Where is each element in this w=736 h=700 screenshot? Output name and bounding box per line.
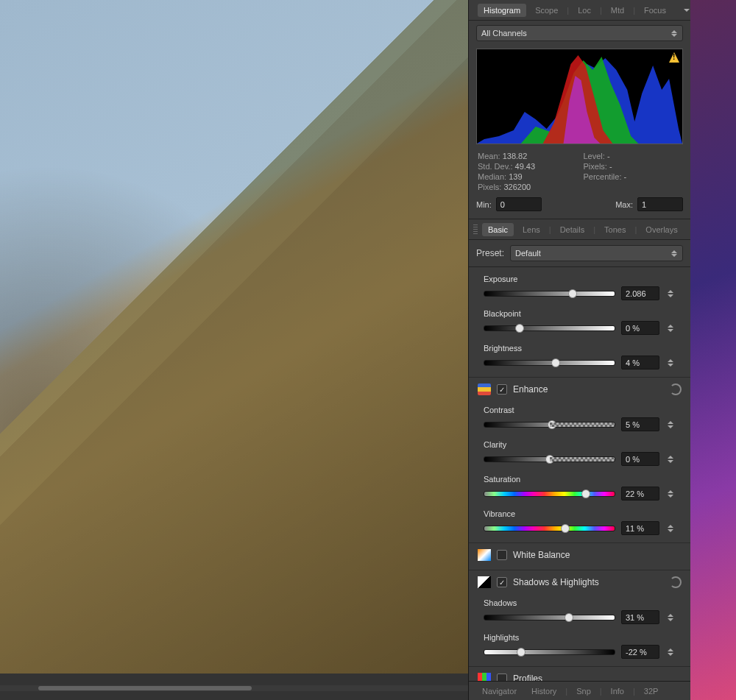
enhance-checkbox[interactable]: ✓ [497, 384, 507, 395]
shadows-stepper[interactable] [665, 614, 676, 621]
blackpoint-stepper[interactable] [665, 325, 676, 332]
tab-info[interactable]: Info [605, 685, 630, 698]
profiles-checkbox[interactable] [497, 674, 507, 681]
tab-tones[interactable]: Tones [598, 223, 631, 236]
drag-handle-icon[interactable] [473, 225, 478, 235]
tab-scope[interactable]: Scope [529, 4, 564, 17]
tab-histogram[interactable]: Histogram [478, 4, 526, 17]
tab-history[interactable]: History [526, 685, 562, 698]
preset-label: Preset: [476, 248, 504, 258]
image-viewport[interactable] [0, 0, 468, 700]
exposure-label: Exposure [484, 275, 676, 283]
tab-mtd[interactable]: Mtd [605, 4, 630, 17]
top-tab-bar: Histogram Scope | Loc | Mtd | Focus [469, 0, 690, 21]
preset-dropdown[interactable]: Default [510, 245, 683, 261]
saturation-group: Saturation 22 % [469, 470, 690, 505]
profiles-header: Profiles [469, 666, 690, 681]
histogram-stats: Mean: 138.82 Std. Dev.: 49.43 Median: 13… [469, 149, 690, 194]
stat-mean: 138.82 [503, 152, 528, 160]
sliders-scroll[interactable]: Exposure 2.086 Blackpoint 0 % Brightness… [469, 267, 690, 681]
stat-median: 139 [509, 172, 522, 181]
minmax-row: Min: Max: [469, 194, 690, 219]
scrollbar-thumb[interactable] [38, 686, 252, 690]
histogram-display[interactable] [476, 49, 683, 144]
photo-preview [0, 0, 468, 674]
clarity-label: Clarity [484, 440, 676, 449]
exposure-slider[interactable] [484, 291, 615, 297]
min-input[interactable] [496, 197, 542, 211]
profiles-icon [478, 673, 491, 681]
contrast-stepper[interactable] [665, 421, 676, 428]
tab-details[interactable]: Details [554, 223, 591, 236]
channels-dropdown-label: All Channels [481, 29, 527, 38]
shadows-slider[interactable] [484, 615, 615, 621]
vibrance-value[interactable]: 11 % [621, 521, 659, 535]
collapse-arrow-icon[interactable] [684, 9, 690, 12]
max-input[interactable] [637, 197, 683, 211]
shadows-highlights-header: ✓ Shadows & Highlights [469, 570, 690, 594]
clarity-group: Clarity 0 % [469, 436, 690, 470]
brightness-value[interactable]: 4 % [621, 356, 659, 370]
tab-focus[interactable]: Focus [638, 4, 672, 17]
white-balance-label: White Balance [513, 550, 570, 560]
tab-snp[interactable]: Snp [570, 685, 597, 698]
vibrance-label: Vibrance [484, 509, 676, 518]
clarity-slider[interactable] [484, 456, 615, 462]
blackpoint-value[interactable]: 0 % [621, 321, 659, 335]
tab-navigator[interactable]: Navigator [476, 685, 523, 698]
tab-lens[interactable]: Lens [517, 223, 546, 236]
exposure-stepper[interactable] [665, 290, 676, 297]
shadows-value[interactable]: 31 % [621, 610, 659, 624]
brightness-slider[interactable] [484, 360, 615, 366]
exposure-value[interactable]: 2.086 [621, 286, 659, 300]
highlights-label: Highlights [484, 633, 676, 642]
adjustment-tab-bar: Basic Lens | Details | Tones | Overlays [469, 219, 690, 240]
tab-basic[interactable]: Basic [482, 223, 514, 236]
vibrance-stepper[interactable] [665, 525, 676, 532]
highlights-stepper[interactable] [665, 648, 676, 656]
saturation-value[interactable]: 22 % [621, 487, 659, 501]
highlights-slider[interactable] [484, 649, 615, 655]
saturation-slider[interactable] [484, 491, 615, 497]
tab-32p[interactable]: 32P [638, 685, 665, 698]
enhance-icon [478, 383, 491, 395]
enhance-header: ✓ Enhance [469, 377, 690, 401]
tab-loc[interactable]: Loc [572, 4, 597, 17]
vibrance-slider[interactable] [484, 526, 615, 531]
side-panel: Histogram Scope | Loc | Mtd | Focus All … [468, 0, 690, 700]
highlights-value[interactable]: -22 % [621, 645, 659, 659]
contrast-value[interactable]: 5 % [621, 417, 659, 431]
blackpoint-group: Blackpoint 0 % [469, 305, 690, 339]
preset-value: Default [515, 249, 541, 258]
contrast-slider[interactable] [484, 422, 615, 428]
brightness-stepper[interactable] [665, 359, 676, 367]
blackpoint-label: Blackpoint [484, 309, 676, 318]
shadows-highlights-label: Shadows & Highlights [513, 577, 599, 587]
stat-stddev: 49.43 [515, 162, 536, 171]
clarity-stepper[interactable] [665, 456, 676, 463]
enhance-reset-icon[interactable] [670, 383, 682, 395]
min-label: Min: [476, 200, 492, 209]
preset-row: Preset: Default [469, 240, 690, 267]
canvas-area [0, 0, 468, 700]
vibrance-group: Vibrance 11 % [469, 505, 690, 540]
shadows-highlights-reset-icon[interactable] [670, 576, 682, 588]
contrast-label: Contrast [484, 406, 676, 414]
brightness-group: Brightness 4 % [469, 339, 690, 374]
enhance-label: Enhance [513, 384, 548, 395]
saturation-label: Saturation [484, 475, 676, 484]
white-balance-header: White Balance [469, 542, 690, 567]
desktop-background [690, 0, 736, 700]
white-balance-checkbox[interactable] [497, 550, 507, 560]
horizontal-scrollbar[interactable] [0, 685, 468, 691]
saturation-stepper[interactable] [665, 490, 676, 498]
exposure-group: Exposure 2.086 [469, 270, 690, 305]
shadows-highlights-icon [478, 576, 491, 588]
tab-overlays[interactable]: Overlays [640, 223, 683, 236]
contrast-group: Contrast 5 % [469, 401, 690, 436]
channels-dropdown[interactable]: All Channels [476, 25, 683, 41]
blackpoint-slider[interactable] [484, 325, 615, 331]
highlights-group: Highlights -22 % [469, 629, 690, 663]
shadows-highlights-checkbox[interactable]: ✓ [497, 577, 507, 587]
clarity-value[interactable]: 0 % [621, 452, 659, 466]
